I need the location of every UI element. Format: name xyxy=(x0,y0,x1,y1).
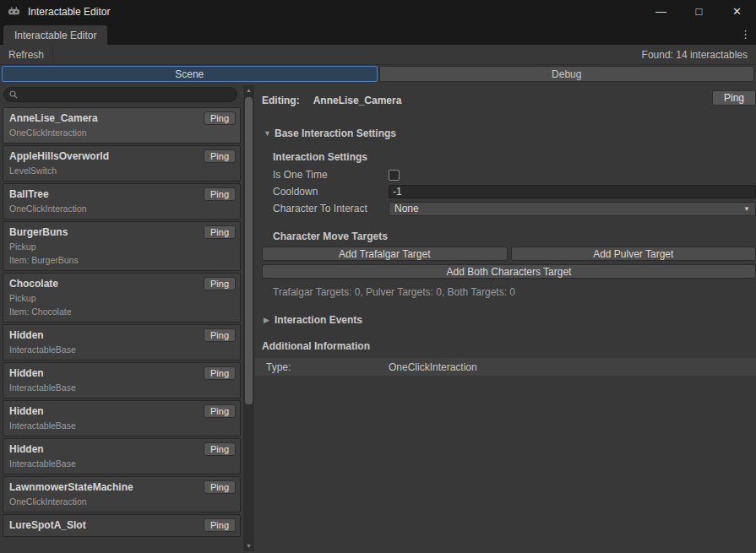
character-to-interact-label: Character To Interact xyxy=(273,203,389,214)
item-name: Chocolate xyxy=(9,278,201,290)
is-one-time-row: Is One Time xyxy=(273,166,756,183)
item-detail: Pickup xyxy=(9,293,201,303)
ping-button[interactable]: Ping xyxy=(204,404,236,418)
close-button[interactable]: ✕ xyxy=(718,0,756,23)
item-name: Hidden xyxy=(9,367,201,379)
ping-button[interactable]: Ping xyxy=(204,277,236,290)
cooldown-row: Cooldown xyxy=(273,183,756,200)
add-trafalgar-target-button[interactable]: Add Trafalgar Target xyxy=(262,247,508,261)
item-detail: InteractableBase xyxy=(9,420,201,431)
list-item[interactable]: BurgerBuns PickupItem: BurgerBuns Ping xyxy=(3,221,241,271)
ping-button[interactable]: Ping xyxy=(204,518,236,532)
item-detail: InteractableBase xyxy=(9,382,201,393)
ping-button[interactable]: Ping xyxy=(204,111,236,125)
chevron-down-icon: ▼ xyxy=(743,205,750,213)
cooldown-label: Cooldown xyxy=(273,186,389,198)
item-details: OneClickInteraction xyxy=(9,203,201,214)
tab-debug[interactable]: Debug xyxy=(379,66,755,82)
item-name: Hidden xyxy=(9,405,201,417)
add-both-targets-button[interactable]: Add Both Characters Target xyxy=(262,264,756,279)
list-item[interactable]: AnneLise_Camera OneClickInteraction Ping xyxy=(3,107,241,144)
item-details: LevelSwitch xyxy=(9,165,201,176)
item-details: InteractableBase xyxy=(9,458,201,469)
is-one-time-checkbox[interactable] xyxy=(389,170,400,181)
window-title: Interactable Editor xyxy=(28,6,110,18)
targets-summary: Trafalgar Targets: 0, Pulver Targets: 0,… xyxy=(273,286,756,298)
item-details: OneClickInteraction xyxy=(9,496,201,507)
ping-button[interactable]: Ping xyxy=(204,149,236,163)
search-box[interactable] xyxy=(3,87,237,102)
search-icon xyxy=(9,90,18,99)
add-pulver-target-button[interactable]: Add Pulver Target xyxy=(511,247,756,261)
list-item[interactable]: Chocolate PickupItem: Chocolate Ping xyxy=(3,273,241,323)
ping-button[interactable]: Ping xyxy=(204,187,236,201)
ping-button[interactable]: Ping xyxy=(204,480,236,494)
foldout-open-icon: ▼ xyxy=(264,129,275,138)
type-row: Type: OneClickInteraction xyxy=(255,358,756,376)
list-item[interactable]: BallTree OneClickInteraction Ping xyxy=(3,183,241,220)
character-to-interact-dropdown[interactable]: None ▼ xyxy=(389,202,756,216)
item-name: BallTree xyxy=(9,188,201,200)
type-label: Type: xyxy=(266,361,389,373)
scroll-up-icon[interactable]: ▲ xyxy=(243,85,254,95)
editing-header: Editing: AnneLise_Camera xyxy=(262,92,756,109)
list-item[interactable]: Hidden InteractableBase Ping xyxy=(3,400,241,436)
item-detail: Item: Chocolate xyxy=(9,306,201,317)
list-item[interactable]: LureSpotA_Slot Ping xyxy=(3,514,241,537)
inspector-ping-button[interactable]: Ping xyxy=(712,90,756,106)
list-item[interactable]: Hidden InteractableBase Ping xyxy=(3,324,241,361)
list-item[interactable]: LawnmowerStateMachine OneClickInteractio… xyxy=(3,476,241,512)
target-buttons-row: Add Trafalgar Target Add Pulver Target xyxy=(262,247,756,261)
item-detail: Item: BurgerBuns xyxy=(9,255,201,265)
item-details: OneClickInteraction xyxy=(9,127,201,138)
list-item[interactable]: Hidden InteractableBase Ping xyxy=(3,362,241,398)
item-detail: LevelSwitch xyxy=(9,165,201,176)
is-one-time-label: Is One Time xyxy=(273,169,389,181)
found-count-label: Found: 14 interactables xyxy=(642,49,756,61)
item-details: PickupItem: BurgerBuns xyxy=(9,241,201,265)
scroll-down-icon[interactable]: ▼ xyxy=(243,541,254,551)
editor-tabstrip: Interactable Editor ⋮ xyxy=(0,23,756,45)
minimize-button[interactable]: — xyxy=(642,0,680,23)
base-settings-foldout[interactable]: ▼ Base Interaction Settings xyxy=(264,127,756,139)
inspector-panel: Editing: AnneLise_Camera Ping ▼ Base Int… xyxy=(255,83,756,553)
interaction-events-foldout-label: Interaction Events xyxy=(275,314,362,326)
toolbar: Refresh Found: 14 interactables xyxy=(0,45,756,65)
ping-button[interactable]: Ping xyxy=(204,328,236,342)
item-details: PickupItem: Chocolate xyxy=(9,293,201,317)
foldout-closed-icon: ▶ xyxy=(264,316,275,324)
base-settings-foldout-label: Base Interaction Settings xyxy=(275,127,396,139)
type-value: OneClickInteraction xyxy=(389,361,477,373)
view-tab-bar: Scene Debug xyxy=(0,65,756,83)
item-detail: OneClickInteraction xyxy=(9,203,201,214)
dropdown-value: None xyxy=(394,203,743,214)
main-content: × AnneLise_Camera OneClickInteraction Pi… xyxy=(0,83,756,553)
move-targets-header: Character Move Targets xyxy=(273,230,756,242)
item-name: BurgerBuns xyxy=(9,226,201,238)
maximize-button[interactable]: □ xyxy=(680,0,718,23)
item-name: Hidden xyxy=(9,329,201,341)
tab-scene[interactable]: Scene xyxy=(2,66,378,82)
item-details: InteractableBase xyxy=(9,344,201,355)
tab-interactable-editor[interactable]: Interactable Editor xyxy=(3,25,107,45)
editing-value: AnneLise_Camera xyxy=(313,95,402,106)
item-detail: InteractableBase xyxy=(9,344,201,355)
ping-button[interactable]: Ping xyxy=(204,442,236,456)
interaction-events-foldout[interactable]: ▶ Interaction Events xyxy=(264,314,756,326)
scene-list-panel: × AnneLise_Camera OneClickInteraction Pi… xyxy=(0,83,255,553)
item-name: Hidden xyxy=(9,443,201,455)
list-scrollbar[interactable]: ▲ ▼ xyxy=(243,85,254,551)
ping-button[interactable]: Ping xyxy=(204,225,236,239)
app-gamepad-icon xyxy=(8,5,20,18)
refresh-button[interactable]: Refresh xyxy=(0,45,53,64)
ping-button[interactable]: Ping xyxy=(204,366,236,380)
item-detail: InteractableBase xyxy=(9,458,201,469)
character-to-interact-row: Character To Interact None ▼ xyxy=(273,200,756,217)
item-details: InteractableBase xyxy=(9,420,201,431)
search-input[interactable] xyxy=(21,89,231,100)
scrollbar-thumb[interactable] xyxy=(245,97,253,404)
cooldown-field[interactable] xyxy=(389,185,756,198)
kebab-menu-icon[interactable]: ⋮ xyxy=(734,28,756,41)
list-item[interactable]: Hidden InteractableBase Ping xyxy=(3,438,241,474)
list-item[interactable]: AppleHillsOverworld LevelSwitch Ping xyxy=(3,145,241,182)
